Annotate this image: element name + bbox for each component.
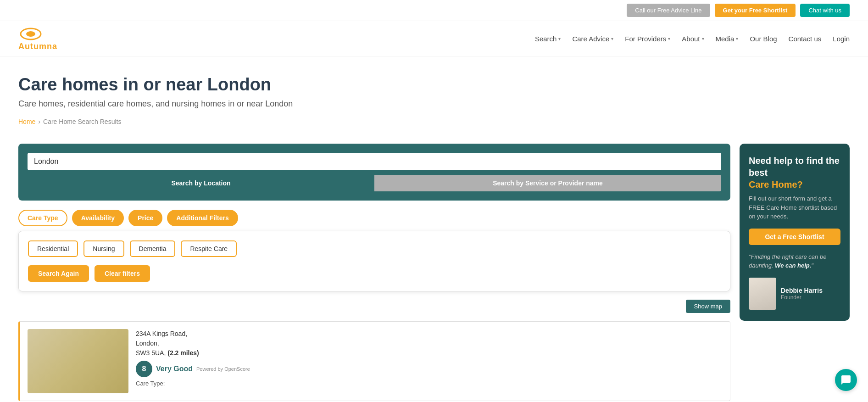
search-input[interactable]: [34, 157, 715, 166]
left-section: Search by Location Search by Service or …: [18, 144, 730, 402]
search-tabs: Search by Location Search by Service or …: [28, 175, 721, 191]
results-header: Show map: [18, 296, 730, 317]
filter-care-type[interactable]: Care Type: [18, 210, 67, 226]
nav-contact-us[interactable]: Contact us: [789, 35, 822, 43]
nav-links: Search ▾ Care Advice ▾ For Providers ▾ A…: [535, 35, 850, 43]
filter-availability[interactable]: Availability: [72, 210, 124, 226]
page-title: Care homes in or near London: [18, 75, 850, 95]
advisor-title: Founder: [781, 294, 823, 301]
nav-about[interactable]: About ▾: [682, 35, 704, 43]
nav-care-advice[interactable]: Care Advice ▾: [572, 35, 613, 43]
advisor-photo: [749, 278, 776, 310]
care-type-residential[interactable]: Residential: [28, 240, 78, 257]
svg-point-1: [26, 31, 35, 37]
care-type-label: Care Type:: [136, 380, 723, 387]
navbar: Autumna Search ▾ Care Advice ▾ For Provi…: [0, 21, 868, 56]
advisor-info: Debbie Harris Founder: [749, 278, 840, 310]
filter-additional[interactable]: Additional Filters: [167, 210, 238, 226]
result-card-image: [28, 329, 128, 393]
logo-text: Autumna: [18, 42, 57, 51]
result-address: 234A Kings Road, London, SW3 5UA, (2.2 m…: [136, 329, 723, 358]
sidebar-card: Need help to find the best Care Home? Fi…: [740, 144, 850, 321]
show-map-button[interactable]: Show map: [686, 300, 730, 313]
search-again-button[interactable]: Search Again: [28, 265, 89, 282]
result-score: 8 Very Good Powered by OpenScore: [136, 361, 723, 377]
filter-pills: Care Type Availability Price Additional …: [18, 210, 730, 226]
chevron-down-icon: ▾: [611, 36, 613, 41]
chevron-down-icon: ▾: [702, 36, 704, 41]
chevron-down-icon: ▾: [558, 36, 561, 41]
advice-button[interactable]: Call our Free Advice Line: [627, 4, 710, 17]
breadcrumb: Home › Care Home Search Results: [18, 118, 850, 125]
logo[interactable]: Autumna: [18, 26, 57, 51]
sidebar-title: Need help to find the best Care Home?: [749, 155, 840, 190]
right-sidebar: Need help to find the best Care Home? Fi…: [740, 144, 850, 402]
advisor-details: Debbie Harris Founder: [781, 287, 823, 301]
care-type-options: Residential Nursing Dementia Respite Car…: [28, 240, 721, 257]
nav-our-blog[interactable]: Our Blog: [750, 35, 777, 43]
nav-media[interactable]: Media ▾: [716, 35, 739, 43]
nav-login[interactable]: Login: [833, 35, 850, 43]
care-type-nursing[interactable]: Nursing: [83, 240, 124, 257]
free-shortlist-button[interactable]: Get a Free Shortlist: [749, 229, 840, 245]
logo-icon: [18, 26, 44, 42]
result-card-info: 234A Kings Road, London, SW3 5UA, (2.2 m…: [136, 329, 723, 393]
chat-bubble[interactable]: [835, 369, 857, 391]
nav-for-providers[interactable]: For Providers ▾: [625, 35, 670, 43]
breadcrumb-home[interactable]: Home: [18, 118, 35, 125]
chat-icon: [840, 374, 851, 385]
nav-search[interactable]: Search ▾: [535, 35, 561, 43]
top-bar: Call our Free Advice Line Get your Free …: [0, 0, 868, 21]
main-content: Search by Location Search by Service or …: [0, 134, 868, 402]
sidebar-description: Fill out our short form and get a FREE C…: [749, 194, 840, 221]
sidebar-testimonial: "Finding the right care can be daunting.…: [749, 252, 840, 270]
score-badge: 8: [136, 361, 152, 377]
result-card: 234A Kings Road, London, SW3 5UA, (2.2 m…: [18, 321, 730, 401]
breadcrumb-current: Care Home Search Results: [43, 118, 121, 125]
score-provider: Powered by OpenScore: [196, 366, 250, 372]
shortlist-top-button[interactable]: Get your Free Shortlist: [715, 4, 796, 17]
action-buttons: Search Again Clear filters: [28, 265, 721, 282]
hero-section: Care homes in or near London Care homes,…: [0, 56, 868, 134]
advisor-name: Debbie Harris: [781, 287, 823, 294]
care-type-dropdown: Residential Nursing Dementia Respite Car…: [18, 231, 730, 291]
care-type-dementia[interactable]: Dementia: [130, 240, 176, 257]
clear-filters-button[interactable]: Clear filters: [95, 265, 150, 282]
tab-service[interactable]: Search by Service or Provider name: [374, 175, 721, 191]
chat-button[interactable]: Chat with us: [800, 4, 850, 17]
filter-price[interactable]: Price: [128, 210, 162, 226]
breadcrumb-separator: ›: [38, 118, 40, 125]
page-subtitle: Care homes, residential care homes, and …: [18, 99, 850, 109]
care-type-respite[interactable]: Respite Care: [181, 240, 237, 257]
chevron-down-icon: ▾: [736, 36, 738, 41]
chevron-down-icon: ▾: [668, 36, 670, 41]
search-input-wrapper: [28, 153, 721, 170]
tab-location[interactable]: Search by Location: [28, 175, 374, 191]
sidebar-care-home-label: Care Home?: [749, 179, 803, 190]
search-box: Search by Location Search by Service or …: [18, 144, 730, 201]
score-label: Very Good: [156, 365, 193, 373]
